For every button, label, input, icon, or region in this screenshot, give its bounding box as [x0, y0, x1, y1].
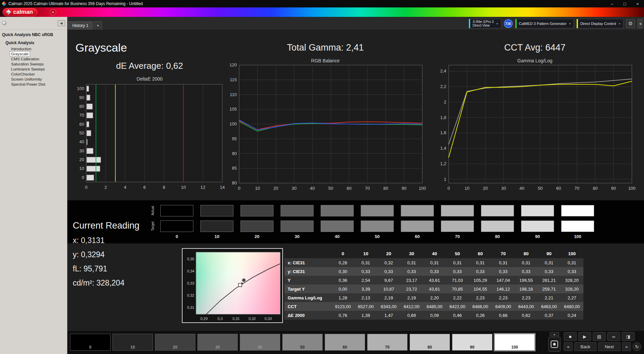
meter-dropdown[interactable]: X-Rite i1Pro 3 Direct View ▼: [469, 19, 501, 28]
window-title: Calman 2025 Calman Ultimate for Business…: [8, 1, 143, 6]
right-panel-toggle-button[interactable]: ◀: [638, 19, 643, 28]
svg-text:0: 0: [238, 186, 240, 191]
sidebar-item-luminance-sweeps[interactable]: Luminance Sweeps: [10, 67, 46, 71]
pattern-patch-60[interactable]: 60: [325, 334, 365, 351]
layout-button[interactable]: ◨: [622, 332, 635, 341]
svg-text:40: 40: [519, 186, 524, 191]
svg-text:80: 80: [232, 180, 237, 185]
reading-fl: fL: 95,791: [73, 264, 107, 273]
play-button[interactable]: ▶: [578, 332, 591, 341]
settings-gear-button[interactable]: ⚙: [626, 19, 635, 28]
pattern-patch-20[interactable]: 20: [155, 334, 195, 351]
sidebar-item-colorchecker[interactable]: ColorChecker: [10, 72, 36, 77]
svg-text:80: 80: [383, 186, 388, 191]
pattern-window-icon: [551, 341, 558, 348]
back-button[interactable]: Back: [574, 342, 597, 351]
next-skip-button[interactable]: »: [622, 342, 631, 351]
maximize-button[interactable]: □: [618, 0, 631, 7]
current-reading-title: Current Reading: [73, 220, 139, 231]
svg-text:30: 30: [79, 148, 84, 153]
sidebar-item-saturation-sweeps[interactable]: Saturation Sweeps: [10, 62, 45, 66]
table-row-y-cie31: y: CIE310,300,330,330,330,330,330,330,33…: [284, 267, 583, 276]
svg-text:120: 120: [229, 62, 237, 67]
cie-diagram: 0,290,30,310,320,330,310,320,330,340,35: [182, 248, 283, 323]
add-tab-button[interactable]: +: [94, 21, 102, 30]
meter-status-badge[interactable]: 716: [504, 19, 513, 28]
actual-row-label: Actual: [150, 205, 155, 216]
save-button[interactable]: ▤: [593, 332, 606, 341]
table-row-y: Y0,362,549,6723,1743,6171,03105,29147,04…: [284, 276, 583, 285]
tab-history-1[interactable]: History 1: [68, 21, 93, 30]
patch-label: 80: [410, 345, 450, 350]
column-header-90: 90: [538, 249, 560, 258]
pattern-patch-80[interactable]: 80: [410, 334, 450, 351]
reading-cdm2: cd/m²: 328,204: [73, 278, 124, 288]
column-header-20: 20: [377, 249, 400, 258]
back-skip-button[interactable]: «: [564, 342, 573, 351]
target-swatch-40: [321, 220, 354, 232]
pattern-patch-0[interactable]: 0: [70, 334, 110, 351]
svg-text:0,32: 0,32: [187, 293, 194, 297]
svg-text:30: 30: [501, 186, 506, 191]
tree-root-quick-analysis[interactable]: Quick Analysis: [0, 39, 67, 46]
svg-text:1,4: 1,4: [440, 146, 446, 151]
logo-menu-button[interactable]: ▼: [50, 9, 56, 16]
refresh-button[interactable]: ↻: [633, 342, 641, 351]
pattern-patch-50[interactable]: 50: [282, 334, 323, 351]
chevron-down-icon: ▼: [569, 23, 571, 25]
svg-text:100: 100: [419, 186, 426, 191]
svg-text:1,8: 1,8: [440, 115, 446, 120]
workflow-sidebar: ◀ Quick Analysis NBC sRGB Quick Analysis…: [0, 17, 67, 354]
svg-text:50: 50: [328, 186, 333, 191]
svg-text:70: 70: [79, 113, 84, 118]
display-control-dropdown[interactable]: Direct Display Control ▼: [577, 19, 623, 28]
minimize-button[interactable]: –: [606, 0, 618, 7]
column-header-80: 80: [515, 249, 538, 258]
sidebar-item-introduction[interactable]: Introduction: [10, 47, 32, 51]
table-row-target-y: Target Y0,003,3910,8723,7243,6170,85104,…: [284, 285, 583, 293]
calman-logo-button[interactable]: calman: [3, 8, 37, 16]
stop-button[interactable]: ■: [564, 332, 577, 341]
target-swatch-10: [200, 220, 233, 232]
loop-button[interactable]: ∞: [607, 332, 620, 341]
sidebar-collapse-button[interactable]: ◀: [58, 20, 65, 26]
deltae-chart-title: DeltaE 2000: [73, 76, 226, 82]
svg-text:0,32: 0,32: [249, 317, 256, 321]
pattern-patch-100[interactable]: 100: [494, 334, 535, 351]
pattern-patch-10[interactable]: 10: [112, 334, 153, 351]
swatch-level-label: 60: [401, 234, 434, 239]
pattern-patch-40[interactable]: 40: [240, 334, 280, 351]
actual-swatch-50: [361, 205, 394, 216]
pattern-window-button[interactable]: [548, 337, 560, 352]
svg-text:110: 110: [230, 92, 237, 97]
sidebar-item-cms-calibration[interactable]: CMS Calibration: [10, 57, 40, 61]
results-table-wrap: 0102030405060708090100x: CIE310,280,310,…: [284, 249, 583, 320]
close-button[interactable]: ×: [631, 0, 644, 7]
gamma-loglog-chart: 11,21,41,61,822,22,401020304050607080901…: [433, 62, 637, 193]
svg-text:0,31: 0,31: [187, 305, 194, 309]
sidebar-item-grayscale[interactable]: Grayscale: [10, 52, 30, 56]
svg-text:0,35: 0,35: [187, 257, 194, 261]
pattern-patch-90[interactable]: 90: [452, 334, 492, 351]
next-button[interactable]: Next: [598, 342, 620, 351]
svg-text:10: 10: [181, 185, 186, 190]
pattern-patch-30[interactable]: 30: [197, 334, 238, 351]
svg-text:40: 40: [310, 186, 315, 191]
pattern-generator-dropdown[interactable]: CalMED 3 Pattern Generator ▼: [515, 19, 574, 28]
actual-swatch-10: [200, 205, 233, 216]
actual-swatch-70: [441, 205, 474, 216]
patch-label: 30: [198, 345, 237, 350]
actual-swatch-20: [240, 205, 273, 216]
sidebar-item-screen-uniformity[interactable]: Screen Uniformity: [10, 77, 43, 82]
sidebar-item-spectral-power-dist[interactable]: Spectral Power Dist.: [10, 82, 47, 87]
actual-swatch-90: [521, 205, 554, 216]
svg-text:70: 70: [365, 186, 370, 191]
column-header-30: 30: [400, 249, 423, 258]
svg-text:20: 20: [273, 186, 278, 191]
patch-label: 100: [495, 345, 535, 350]
target-swatch-70: [441, 220, 474, 232]
table-row-x-cie31: x: CIE310,280,310,320,310,310,310,310,31…: [284, 258, 583, 267]
pattern-window-up-button[interactable]: ▲: [550, 332, 559, 336]
chevron-down-icon: ▼: [496, 23, 498, 25]
pattern-patch-70[interactable]: 70: [367, 334, 408, 351]
